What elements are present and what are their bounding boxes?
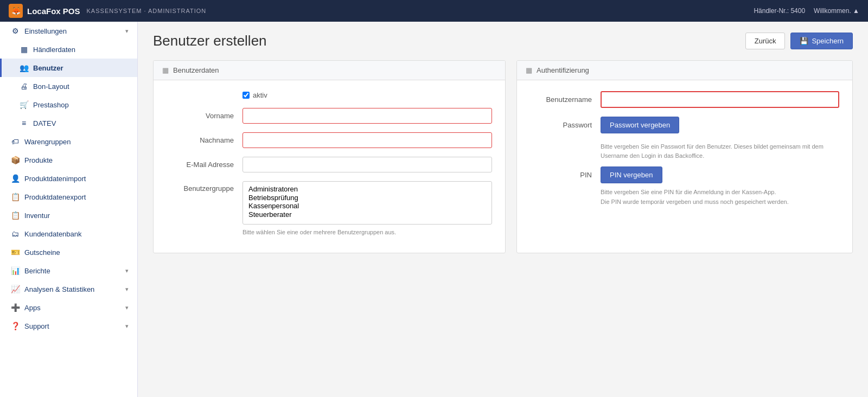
benutzerdaten-panel-header: ▦ Benutzerdaten <box>154 61 505 80</box>
pin-row: PIN PIN vergeben <box>530 167 839 183</box>
sidebar-item-prestashop[interactable]: 🛒 Prestashop <box>0 95 137 114</box>
save-label: Speichern <box>812 37 844 45</box>
logo-icon: 🦊 <box>9 4 23 18</box>
pin-hint-2: Die PIN wurde temporär vergeben und muss… <box>601 197 839 207</box>
sidebar-label: Produktdatenexport <box>24 193 86 201</box>
sidebar-item-bon-layout[interactable]: 🖨 Bon-Layout <box>0 77 137 95</box>
sidebar-item-gutscheine[interactable]: 🎫 Gutscheine <box>0 243 137 261</box>
sidebar-item-produktdatenimport[interactable]: 👤 Produktdatenimport <box>0 169 137 188</box>
aktiv-row: aktiv <box>167 91 492 99</box>
aktiv-checkbox[interactable] <box>242 92 250 99</box>
sidebar-label: Berichte <box>24 267 50 275</box>
handler-number: Händler-Nr.: 5400 <box>754 7 805 15</box>
passwort-button[interactable]: Passwort vergeben <box>601 117 679 133</box>
support-icon: ❓ <box>10 322 20 330</box>
main-content: Benutzer erstellen Zurück 💾 Speichern ▦ … <box>138 22 868 397</box>
sidebar-item-analysen[interactable]: 📈 Analysen & Statistiken ▾ <box>0 280 137 298</box>
benutzerdaten-panel: ▦ Benutzerdaten aktiv Vorname <box>153 60 506 253</box>
sidebar-item-benutzer[interactable]: 👥 Benutzer <box>0 59 137 77</box>
sidebar-item-warengruppen[interactable]: 🏷 Warengruppen <box>0 132 137 151</box>
haendlerdaten-icon: ▦ <box>19 45 29 54</box>
save-icon: 💾 <box>800 37 808 45</box>
chevron-icon: ▾ <box>125 267 129 274</box>
sidebar-item-datev[interactable]: ≡ DATEV <box>0 114 137 132</box>
gutscheine-icon: 🎫 <box>10 248 20 257</box>
option-administratoren[interactable]: Administratoren <box>248 185 486 194</box>
benutzergruppe-row: Benutzergruppe Administratoren Betriebsp… <box>167 181 492 225</box>
bon-icon: 🖨 <box>19 82 29 91</box>
welcome-label[interactable]: Willkommen. ▲ <box>814 7 859 15</box>
logo-text: LocaFox POS <box>27 7 80 16</box>
sidebar-label: Gutscheine <box>24 248 60 257</box>
benutzerdaten-header-title: Benutzerdaten <box>173 66 219 74</box>
nachname-row: Nachname <box>167 132 492 148</box>
sidebar-item-produktdatenexport[interactable]: 📋 Produktdatenexport <box>0 188 137 206</box>
sidebar-label: DATEV <box>33 119 56 127</box>
pin-hint-1: Bitte vergeben Sie eine PIN für die Anme… <box>601 188 839 197</box>
top-navigation: 🦊 LocaFox POS Kassensystem · Administrat… <box>0 0 868 22</box>
sidebar-label: Benutzer <box>33 64 63 72</box>
warengruppen-icon: 🏷 <box>10 137 20 146</box>
email-label: E-Mail Adresse <box>167 161 242 169</box>
sidebar-label: Analysen & Statistiken <box>24 285 94 293</box>
sidebar-label: Produkte <box>24 156 53 164</box>
sidebar-item-inventur[interactable]: 📋 Inventur <box>0 206 137 225</box>
benutzergruppe-select[interactable]: Administratoren Betriebsprüfung Kassenpe… <box>242 181 492 225</box>
logo: 🦊 LocaFox POS <box>9 4 80 18</box>
produkte-icon: 📦 <box>10 156 20 164</box>
kunden-icon: 🗂 <box>10 229 20 238</box>
sidebar-item-kundendatenbank[interactable]: 🗂 Kundendatenbank <box>0 225 137 243</box>
settings-icon: ⚙ <box>10 27 20 35</box>
chevron-icon: ▾ <box>125 28 129 35</box>
sidebar-item-einstellungen[interactable]: ⚙ Einstellungen ▾ <box>0 22 137 40</box>
chevron-icon: ▾ <box>125 286 129 293</box>
sidebar-label: Warengruppen <box>24 138 71 146</box>
auth-header-title: Authentifizierung <box>537 66 589 74</box>
back-button[interactable]: Zurück <box>745 33 786 49</box>
analysen-icon: 📈 <box>10 285 20 293</box>
pin-hint: Bitte vergeben Sie eine PIN für die Anme… <box>601 188 839 207</box>
benutzername-input[interactable] <box>601 91 839 108</box>
datev-icon: ≡ <box>19 119 29 127</box>
passwort-row: Passwort Passwort vergeben <box>530 117 839 133</box>
nachname-input[interactable] <box>242 132 492 148</box>
save-button[interactable]: 💾 Speichern <box>790 33 853 49</box>
apps-icon: ➕ <box>10 303 20 312</box>
passwort-hint: Bitte vergeben Sie ein Passwort für den … <box>601 142 839 160</box>
auth-panel-body: Benutzername Passwort Passwort vergeben … <box>517 80 852 217</box>
vorname-label: Vorname <box>167 112 242 120</box>
nachname-label: Nachname <box>167 136 242 144</box>
option-kassenpersonal[interactable]: Kassenpersonal <box>248 202 486 210</box>
auth-header-icon: ▦ <box>526 66 532 74</box>
chevron-icon: ▾ <box>125 304 129 311</box>
panels: ▦ Benutzerdaten aktiv Vorname <box>153 60 853 253</box>
chevron-icon: ▾ <box>125 323 129 330</box>
sidebar-label: Kundendatenbank <box>24 230 82 238</box>
sidebar-item-support[interactable]: ❓ Support ▾ <box>0 317 137 335</box>
option-betriebspruefung[interactable]: Betriebsprüfung <box>248 194 486 202</box>
email-input[interactable] <box>242 157 492 172</box>
sidebar-item-produkte[interactable]: 📦 Produkte <box>0 151 137 169</box>
sidebar-item-berichte[interactable]: 📊 Berichte ▾ <box>0 261 137 280</box>
benutzername-label: Benutzername <box>530 95 601 104</box>
sidebar-label: Händlerdaten <box>33 46 75 54</box>
page-title: Benutzer erstellen <box>153 33 267 49</box>
passwort-label: Passwort <box>530 121 601 129</box>
benutzername-row: Benutzername <box>530 91 839 108</box>
benutzergruppe-label: Benutzergruppe <box>167 181 242 193</box>
header-buttons: Zurück 💾 Speichern <box>745 33 853 49</box>
sidebar-item-apps[interactable]: ➕ Apps ▾ <box>0 298 137 317</box>
sidebar-label: Apps <box>24 304 41 312</box>
aktiv-text: aktiv <box>253 91 267 99</box>
sidebar-label: Support <box>24 322 49 330</box>
sidebar-item-haendlerdaten[interactable]: ▦ Händlerdaten <box>0 40 137 59</box>
vorname-row: Vorname <box>167 108 492 124</box>
pin-label: PIN <box>530 171 601 179</box>
page-header: Benutzer erstellen Zurück 💾 Speichern <box>153 33 853 49</box>
inventur-icon: 📋 <box>10 211 20 220</box>
option-steuerberater[interactable]: Steuerberater <box>248 210 486 219</box>
vorname-input[interactable] <box>242 108 492 124</box>
sidebar-label: Bon-Layout <box>33 82 69 91</box>
pin-button[interactable]: PIN vergeben <box>601 167 662 183</box>
sidebar-label: Inventur <box>24 212 50 220</box>
